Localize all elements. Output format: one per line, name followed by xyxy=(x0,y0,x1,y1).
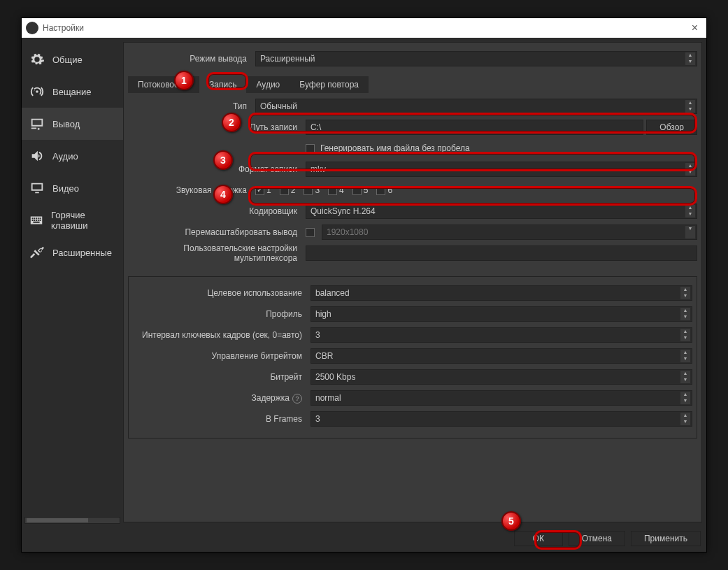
target-usage-label: Целевое использование xyxy=(133,288,308,298)
sidebar-item-label: Общие xyxy=(52,55,83,65)
keyboard-icon xyxy=(29,212,44,229)
speaker-icon xyxy=(29,148,45,164)
output-mode-label: Режим вывода xyxy=(128,54,252,64)
close-icon[interactable]: × xyxy=(687,22,702,34)
latency-select[interactable]: normal▲▼ xyxy=(311,390,692,406)
ok-button[interactable]: ОК xyxy=(514,531,563,546)
browse-button[interactable]: Обзор xyxy=(646,120,697,135)
keyint-label: Интервал ключевых кадров (сек, 0=авто) xyxy=(133,330,308,340)
recording-path-input[interactable]: C:\ xyxy=(306,120,643,135)
recording-type-select[interactable]: Обычный ▲▼ xyxy=(255,99,697,114)
profile-select[interactable]: high▲▼ xyxy=(311,306,692,322)
audio-track-label: Звуковая дорожка xyxy=(128,185,252,195)
sidebar-item-label: Расширенные xyxy=(52,248,112,258)
sidebar-item-audio[interactable]: Аудио xyxy=(22,140,123,172)
output-tabs: Потоковое … Запись Аудио Буфер повтора xyxy=(128,76,697,93)
badge-2: 2 xyxy=(222,113,241,132)
tools-icon xyxy=(29,244,45,261)
bitrate-input[interactable]: 2500 Kbps▲▼ xyxy=(311,369,692,385)
encoder-settings-group: Целевое использование balanced▲▼ Профиль… xyxy=(128,276,697,439)
settings-window: Настройки × Общие Вещание Вывод Аудио xyxy=(21,17,707,553)
main-panel: Режим вывода Расширенный ▲▼ Потоковое … … xyxy=(123,42,702,522)
help-icon[interactable]: ? xyxy=(292,394,302,404)
encoder-label: Кодировщик xyxy=(128,206,303,216)
monitor-arrow-icon xyxy=(29,115,45,132)
sidebar-item-label: Видео xyxy=(52,183,79,194)
recording-type-label: Тип xyxy=(128,101,252,111)
tab-replay-buffer[interactable]: Буфер повтора xyxy=(290,76,369,93)
profile-label: Профиль xyxy=(133,309,308,319)
audio-tracks: 1 2 3 4 5 6 xyxy=(255,185,392,195)
sidebar-item-video[interactable]: Видео xyxy=(22,172,123,204)
track-1-checkbox[interactable] xyxy=(255,186,264,195)
broadcast-icon xyxy=(29,83,45,100)
tab-recording[interactable]: Запись xyxy=(199,76,246,93)
sidebar-item-hotkeys[interactable]: Горячие клавиши xyxy=(22,204,123,236)
track-5-checkbox[interactable] xyxy=(352,186,362,195)
rescale-checkbox[interactable] xyxy=(306,228,315,237)
sidebar-item-label: Аудио xyxy=(52,151,78,162)
sidebar-item-output[interactable]: Вывод xyxy=(22,108,123,140)
titlebar: Настройки × xyxy=(22,18,706,38)
badge-5: 5 xyxy=(501,511,521,531)
keyint-input[interactable]: 3▲▼ xyxy=(311,327,692,343)
sidebar-item-label: Вещание xyxy=(52,87,92,97)
nospace-label: Генерировать имя файла без пробела xyxy=(320,143,470,153)
sidebar-item-advanced[interactable]: Расширенные xyxy=(22,236,123,269)
apply-button[interactable]: Применить xyxy=(631,531,701,546)
rescale-select: 1920x1080 ▼ xyxy=(322,225,697,240)
rescale-label: Перемасштабировать вывод xyxy=(128,227,303,237)
badge-3: 3 xyxy=(213,150,233,170)
tab-audio[interactable]: Аудио xyxy=(246,76,290,93)
track-6-checkbox[interactable] xyxy=(376,186,385,195)
sidebar-item-label: Вывод xyxy=(52,119,80,129)
dialog-footer: ОК Отмена Применить 5 xyxy=(22,527,706,552)
encoder-select[interactable]: QuickSync H.264 ▲▼ xyxy=(306,204,697,219)
bframes-label: B Frames xyxy=(133,414,308,424)
muxer-input[interactable] xyxy=(306,245,697,261)
sidebar-item-label: Горячие клавиши xyxy=(51,210,116,231)
bframes-input[interactable]: 3▲▼ xyxy=(311,411,692,427)
target-usage-select[interactable]: balanced▲▼ xyxy=(311,285,692,301)
track-4-checkbox[interactable] xyxy=(328,186,337,195)
recording-path-label: Путь записи xyxy=(128,122,303,132)
track-2-checkbox[interactable] xyxy=(280,186,289,195)
latency-label: Задержка? xyxy=(133,393,308,404)
muxer-label: Пользовательские настройки мультиплексор… xyxy=(128,243,303,263)
sidebar-scrollbar[interactable] xyxy=(24,517,120,524)
badge-1: 1 xyxy=(174,71,194,90)
rate-control-select[interactable]: CBR▲▼ xyxy=(311,348,692,364)
sidebar-item-stream[interactable]: Вещание xyxy=(22,76,123,108)
output-mode-select[interactable]: Расширенный ▲▼ xyxy=(255,51,697,66)
gear-icon xyxy=(29,51,45,68)
sidebar: Общие Вещание Вывод Аудио Видео Горячие … xyxy=(22,38,123,527)
monitor-icon xyxy=(29,180,45,197)
recording-format-select[interactable]: mkv ▲▼ xyxy=(306,162,697,177)
bitrate-label: Битрейт xyxy=(133,372,308,382)
cancel-button[interactable]: Отмена xyxy=(569,531,625,546)
window-title: Настройки xyxy=(43,23,687,33)
sidebar-item-general[interactable]: Общие xyxy=(22,43,123,76)
app-icon xyxy=(26,22,38,34)
rate-control-label: Управление битрейтом xyxy=(133,351,308,361)
nospace-checkbox[interactable] xyxy=(306,144,315,153)
badge-4: 4 xyxy=(213,185,233,204)
track-3-checkbox[interactable] xyxy=(304,186,313,195)
